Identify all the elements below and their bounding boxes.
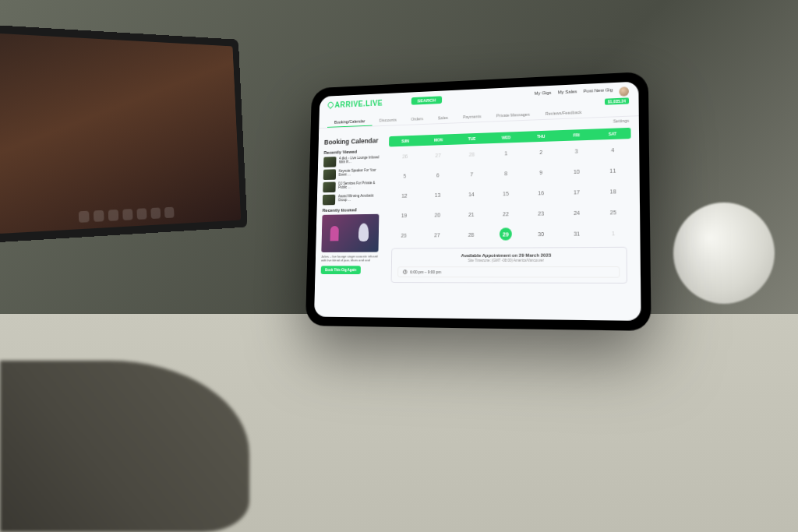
calendar-day[interactable]: 24	[559, 202, 595, 223]
calendar-day[interactable]: 29	[489, 224, 524, 245]
calendar-day[interactable]: 2	[524, 141, 559, 162]
rv-title: DJ Services For Private & Public …	[338, 181, 383, 192]
dow-label: FRI	[559, 129, 595, 142]
lamp-background	[673, 203, 775, 304]
calendar-grid: 2627281234567891011121314151617181920212…	[387, 139, 632, 245]
calendar-day[interactable]: 11	[595, 160, 631, 181]
calendar-day[interactable]: 30	[523, 224, 559, 245]
calendar-day[interactable]: 13	[421, 185, 454, 205]
thumb-icon	[323, 195, 335, 206]
page-title: Booking Calendar	[324, 136, 383, 146]
calendar-day[interactable]: 18	[595, 181, 631, 203]
search-button[interactable]: SEARCH	[411, 96, 442, 104]
calendar-day[interactable]: 3	[559, 140, 595, 162]
calendar-day[interactable]: 6	[421, 164, 454, 185]
calendar-day[interactable]: 25	[595, 201, 631, 223]
tablet-device: ARRIVE.LIVE SEARCH My Gigs My Sales Post…	[305, 72, 651, 331]
thumb-icon	[323, 181, 335, 192]
appointment-timezone: Site Timezone: (GMT -08:00) America/Vanc…	[397, 258, 620, 262]
dow-label: MON	[422, 134, 455, 146]
calendar-day[interactable]: 22	[489, 203, 524, 224]
appointment-card: Available Appointment on 29 March 2023 S…	[391, 247, 627, 284]
calendar-day[interactable]: 15	[489, 183, 524, 204]
book-again-button[interactable]: Book This Gig Again	[321, 266, 361, 274]
calendar-day[interactable]: 27	[420, 224, 454, 245]
dow-label: SAT	[595, 128, 631, 140]
dow-label: TUE	[455, 132, 489, 144]
tab-payments[interactable]: Payments	[455, 111, 489, 122]
tab-booking-calendar[interactable]: Booking/Calendar	[327, 116, 373, 128]
dow-label: SUN	[389, 136, 422, 147]
calendar-day[interactable]: 26	[387, 225, 421, 245]
calendar-day[interactable]: 9	[524, 161, 559, 182]
logo-icon	[327, 100, 334, 109]
calendar-day[interactable]: 28	[455, 143, 489, 164]
list-item[interactable]: Keynote Speaker For Your Event …	[323, 168, 383, 180]
rv-title: Keynote Speaker For Your Event …	[338, 168, 383, 180]
list-item[interactable]: 4 dkd – Live Lounge Infused With R…	[323, 155, 383, 167]
calendar-day[interactable]: 23	[523, 203, 559, 224]
calendar-day[interactable]: 20	[421, 204, 454, 224]
calendar-day[interactable]: 7	[454, 164, 489, 185]
time-slot[interactable]: 6:00 pm – 9:00 pm	[397, 266, 620, 278]
calendar-day[interactable]: 1	[595, 222, 632, 243]
nav-my-sales[interactable]: My Sales	[558, 89, 577, 99]
thumb-icon	[323, 157, 336, 167]
rv-title: Award Winning Acrobatic Group …	[338, 193, 383, 205]
tab-sales[interactable]: Sales	[430, 113, 455, 124]
nav-my-gigs[interactable]: My Gigs	[535, 90, 552, 100]
thumb-icon	[323, 169, 336, 180]
laptop-background	[0, 24, 248, 242]
calendar-day[interactable]: 10	[559, 160, 595, 182]
recently-booked-desc: Jukes – live lounge singer acoustic infu…	[321, 255, 381, 263]
calendar-day[interactable]: 21	[454, 204, 489, 225]
tab-private-messages[interactable]: Private Messages	[489, 109, 538, 121]
appointment-title: Available Appointment on 29 March 2023	[398, 252, 620, 258]
list-item[interactable]: DJ Services For Private & Public …	[323, 181, 383, 192]
clock-icon	[403, 270, 408, 274]
brand-logo[interactable]: ARRIVE.LIVE	[328, 98, 383, 109]
calendar-day[interactable]: 14	[454, 184, 489, 205]
calendar-day[interactable]: 28	[454, 224, 488, 245]
balance-badge[interactable]: $1,035.24	[605, 97, 629, 104]
nav-post-new-gig[interactable]: Post New Gig	[584, 87, 613, 98]
app-screen: ARRIVE.LIVE SEARCH My Gigs My Sales Post…	[314, 82, 641, 321]
tab-discounts[interactable]: Discounts	[372, 115, 404, 126]
calendar-day[interactable]: 4	[595, 139, 631, 160]
sidebar: Booking Calendar Recently Viewed 4 dkd –…	[314, 132, 389, 317]
dow-label: WED	[489, 132, 523, 143]
dow-label: THU	[524, 130, 559, 143]
recently-booked-heading: Recently Booked	[323, 207, 383, 213]
calendar-day[interactable]: 31	[559, 223, 595, 244]
calendar-day[interactable]: 12	[388, 185, 422, 206]
avatar[interactable]	[619, 86, 629, 97]
calendar-panel: SUN MON TUE WED THU FRI SAT 262728123456…	[386, 122, 641, 321]
calendar-day[interactable]: 17	[559, 181, 595, 203]
tab-reviews-feedback[interactable]: Reviews/Feedback	[538, 107, 590, 120]
calendar-day[interactable]: 26	[389, 146, 422, 166]
search-area: SEARCH	[411, 96, 442, 104]
recently-booked-image[interactable]	[321, 214, 379, 252]
calendar-day[interactable]: 1	[489, 143, 523, 164]
calendar-day[interactable]: 27	[422, 145, 455, 166]
calendar-day[interactable]: 19	[387, 205, 421, 225]
calendar-day[interactable]: 8	[489, 163, 524, 184]
recently-viewed-heading: Recently Viewed	[324, 149, 383, 155]
calendar-day[interactable]: 16	[523, 182, 558, 203]
tab-orders[interactable]: Orders	[404, 114, 431, 125]
rv-title: 4 dkd – Live Lounge Infused With R…	[339, 155, 383, 167]
slot-time: 6:00 pm – 9:00 pm	[410, 270, 441, 274]
list-item[interactable]: Award Winning Acrobatic Group …	[323, 193, 383, 205]
calendar-day[interactable]: 5	[388, 165, 422, 185]
